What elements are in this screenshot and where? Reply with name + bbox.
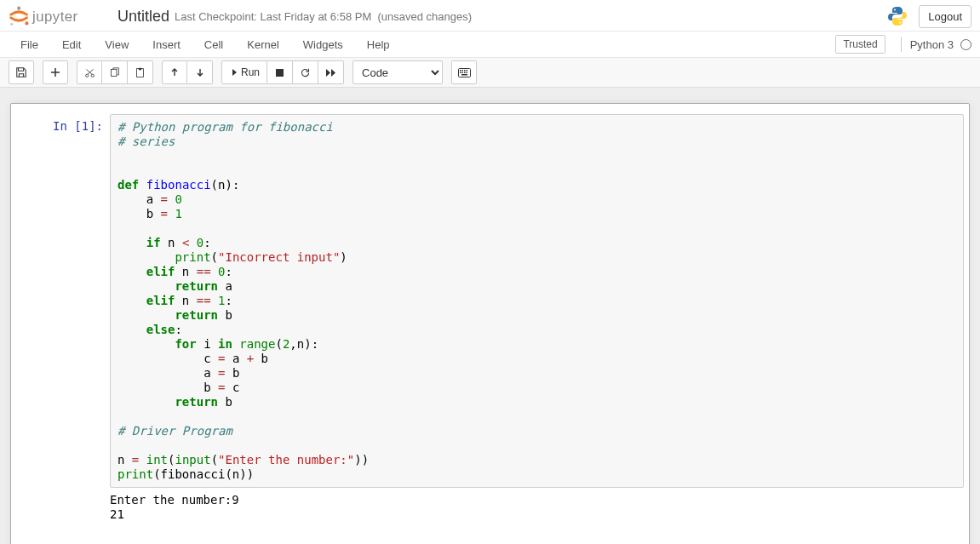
plus-icon [50,67,60,77]
svg-rect-20 [466,72,467,73]
checkpoint-time: Last Checkpoint: Last Friday at 6:58 PM [175,10,371,23]
menubar: File Edit View Insert Cell Kernel Widget… [0,31,980,58]
code-content[interactable]: # Python program for fibonacci # series … [117,120,956,482]
logout-button[interactable]: Logout [919,5,971,28]
output-text: Enter the number:9 21 [110,491,246,524]
svg-point-6 [85,74,88,77]
jupyter-logo-icon: jupyter [9,4,104,28]
menu-file[interactable]: File [9,33,50,56]
scissors-icon [84,67,95,78]
command-palette-button[interactable] [451,60,477,84]
svg-rect-14 [461,70,463,72]
svg-point-0 [17,7,20,10]
svg-rect-17 [460,72,461,73]
svg-text:jupyter: jupyter [32,9,78,25]
arrow-up-icon [169,67,180,77]
move-up-button[interactable] [162,60,187,84]
cell-type-select[interactable]: Code [352,60,443,84]
svg-rect-11 [276,69,284,77]
checkpoint-status: Last Checkpoint: Last Friday at 6:58 PM … [175,10,472,23]
run-button[interactable]: Run [221,60,267,84]
interrupt-button[interactable] [267,60,293,84]
svg-point-5 [899,22,901,24]
svg-rect-21 [461,74,467,76]
menu-widgets[interactable]: Widgets [291,33,355,56]
svg-rect-18 [461,72,463,73]
stop-icon [275,68,284,77]
svg-point-4 [894,9,896,11]
notebook-name[interactable]: Untitled [117,8,169,26]
menu-kernel[interactable]: Kernel [235,33,291,56]
trusted-badge[interactable]: Trusted [835,35,885,54]
save-icon [15,66,27,78]
python-logo-icon [886,5,908,27]
kernel-indicator-icon [960,39,971,50]
menu-edit[interactable]: Edit [50,33,93,56]
cut-button[interactable] [77,60,102,84]
svg-rect-15 [464,70,466,72]
svg-point-1 [10,23,13,26]
input-prompt: In [1]: [16,114,110,488]
kernel-name[interactable]: Python 3 [910,38,954,51]
menu-help[interactable]: Help [355,33,402,56]
svg-point-2 [25,21,28,25]
jupyter-logo[interactable]: jupyter [9,4,104,28]
kernel-separator [901,37,902,52]
restart-run-all-button[interactable] [318,60,344,84]
output-area: Enter the number:9 21 [16,491,964,524]
unsaved-changes: (unsaved changes) [378,10,473,23]
svg-point-7 [91,74,94,77]
svg-rect-10 [139,67,141,69]
menu-view[interactable]: View [93,33,140,56]
svg-rect-8 [111,69,117,76]
output-prompt [16,491,110,524]
run-icon [229,67,238,77]
svg-rect-19 [464,72,466,73]
arrow-down-icon [195,67,205,77]
paste-button[interactable] [128,60,153,84]
header: jupyter Untitled Last Checkpoint: Last F… [0,0,980,31]
restart-icon [300,67,311,78]
add-cell-button[interactable] [43,60,68,84]
fast-forward-icon [325,68,336,77]
menu-cell[interactable]: Cell [192,33,235,56]
save-button[interactable] [9,60,34,84]
copy-button[interactable] [102,60,128,84]
move-down-button[interactable] [187,60,213,84]
copy-icon [109,67,120,78]
paste-icon [135,67,146,78]
code-cell[interactable]: In [1]: # Python program for fibonacci #… [16,114,964,488]
svg-rect-16 [466,70,467,72]
svg-rect-13 [460,70,461,72]
run-label: Run [241,66,260,78]
keyboard-icon [458,68,471,77]
menu-insert[interactable]: Insert [140,33,192,56]
code-input-area[interactable]: # Python program for fibonacci # series … [110,114,964,488]
restart-button[interactable] [293,60,318,84]
notebook: In [1]: # Python program for fibonacci #… [10,103,970,544]
notebook-container: In [1]: # Python program for fibonacci #… [0,88,980,544]
toolbar: Run Code [0,58,980,88]
